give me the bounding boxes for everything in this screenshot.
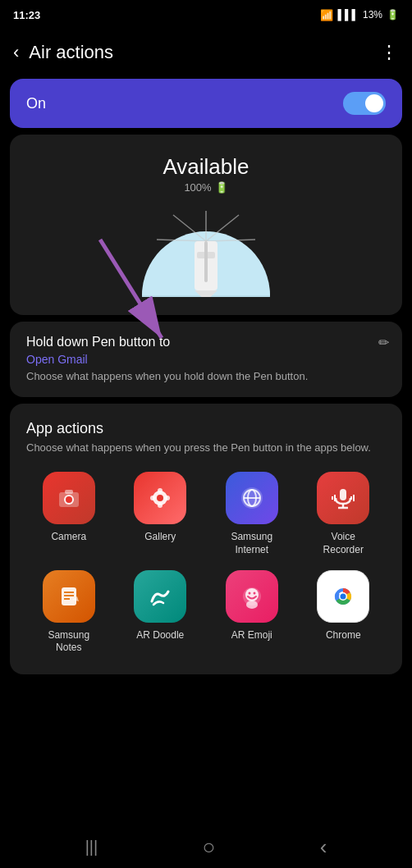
svg-point-18 (158, 488, 163, 493)
samsung-notes-label: SamsungNotes (48, 629, 89, 655)
app-item-voice-recorder[interactable]: VoiceRecorder (301, 472, 387, 556)
time-display: 11:23 (13, 9, 40, 21)
svg-point-47 (341, 593, 346, 599)
app-actions-description: Choose what happens when you press the P… (26, 441, 386, 455)
available-subtitle: 100% 🔋 (184, 181, 227, 194)
nav-back-button[interactable]: ‹ (314, 828, 334, 866)
svg-point-21 (165, 496, 170, 500)
available-title: Available (163, 154, 249, 180)
top-bar: ‹ Air actions ⋮ (0, 30, 412, 75)
page-title: Air actions (29, 42, 380, 63)
edit-icon[interactable]: ✏ (378, 335, 389, 350)
more-button[interactable]: ⋮ (380, 42, 399, 63)
battery-small-icon: 🔋 (215, 181, 228, 194)
pen-svg (132, 207, 280, 297)
app-actions-section: App actions Choose what happens when you… (10, 404, 402, 674)
samsung-internet-label: SamsungInternet (231, 531, 272, 556)
hold-title: Hold down Pen button to (26, 335, 170, 349)
ar-emoji-icon (226, 570, 278, 623)
svg-rect-16 (65, 490, 73, 494)
chrome-icon (317, 570, 369, 623)
app-item-ar-doodle[interactable]: AR Doodle (118, 570, 204, 655)
svg-point-22 (157, 495, 163, 501)
svg-point-40 (245, 588, 259, 601)
svg-rect-9 (204, 241, 208, 282)
app-item-ar-emoji[interactable]: AR Emoji (209, 570, 295, 655)
svg-point-19 (158, 503, 163, 508)
app-item-samsung-notes[interactable]: SamsungNotes (26, 570, 112, 655)
gallery-label: Gallery (144, 531, 176, 544)
svg-point-15 (66, 496, 72, 503)
ar-doodle-label: AR Doodle (136, 629, 184, 642)
hold-description: Choose what happens when you hold down t… (26, 369, 386, 384)
app-item-samsung-internet[interactable]: SamsungInternet (209, 472, 295, 556)
app-item-gallery[interactable]: Gallery (118, 472, 204, 556)
pen-illustration (132, 207, 280, 305)
nav-bar: ||| ○ ‹ (0, 825, 412, 868)
available-card: Available 100% 🔋 (10, 135, 402, 315)
on-off-toggle[interactable] (343, 92, 386, 115)
svg-rect-27 (340, 489, 346, 500)
samsung-notes-icon (43, 570, 95, 623)
nav-home-button[interactable]: ○ (196, 828, 222, 866)
battery-text: 13% (363, 9, 382, 21)
samsung-internet-icon (226, 472, 278, 524)
camera-label: Camera (51, 531, 86, 544)
svg-point-43 (246, 601, 258, 609)
voice-recorder-label: VoiceRecorder (323, 531, 364, 556)
battery-icon: 🔋 (387, 9, 399, 21)
svg-point-42 (253, 592, 255, 594)
ar-emoji-label: AR Emoji (231, 629, 272, 642)
status-bar: 11:23 📶 ▌▌▌ 13% 🔋 (0, 0, 412, 30)
camera-icon (43, 472, 95, 524)
chrome-label: Chrome (326, 629, 361, 642)
app-grid: Camera Gallery (26, 472, 386, 654)
hold-card: Hold down Pen button to Open Gmail Choos… (10, 322, 402, 397)
app-item-chrome[interactable]: Chrome (301, 570, 387, 655)
back-button[interactable]: ‹ (13, 42, 19, 63)
nav-menu-button[interactable]: ||| (79, 831, 105, 863)
ar-doodle-icon (134, 570, 186, 623)
svg-point-20 (150, 496, 155, 500)
svg-point-41 (248, 592, 250, 594)
app-item-camera[interactable]: Camera (26, 472, 112, 556)
voice-recorder-icon (317, 472, 369, 524)
app-actions-title: App actions (26, 420, 386, 437)
status-icons: 📶 ▌▌▌ 13% 🔋 (320, 9, 399, 21)
toggle-label: On (26, 95, 46, 112)
wifi-icon: 📶 (320, 9, 333, 21)
signal-icon: ▌▌▌ (337, 9, 359, 21)
hold-link[interactable]: Open Gmail (26, 353, 386, 366)
toggle-card: On (10, 79, 402, 128)
gallery-icon (134, 472, 186, 524)
